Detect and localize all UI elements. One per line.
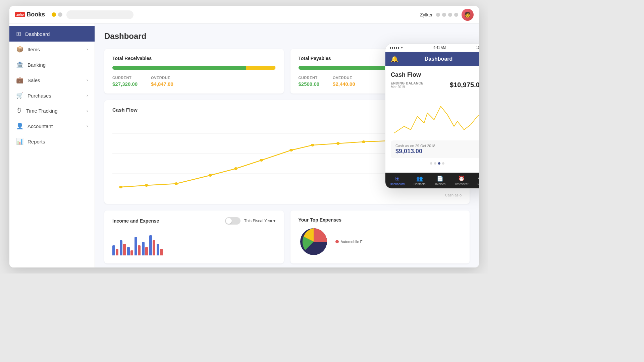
- app-logo: zoho Books: [15, 11, 45, 18]
- svg-point-7: [234, 167, 237, 170]
- top-expenses-card: Your Top Expenses: [290, 210, 470, 263]
- title-bar-right: Zylker 🧑: [420, 9, 474, 21]
- svg-point-9: [289, 149, 293, 152]
- bar-blue-6: [149, 235, 152, 255]
- phone-bell-icon[interactable]: 🔔: [391, 55, 398, 63]
- bar-group-4: [135, 237, 141, 255]
- receivables-overdue-label: OVERDUE: [151, 76, 173, 80]
- bar-blue-4: [135, 237, 137, 255]
- fiscal-year-button[interactable]: This Fiscal Year ▾: [244, 219, 275, 223]
- phone-nav-dashboard[interactable]: ⊞ Dashboard: [390, 175, 405, 186]
- sidebar-label-accountant: Accountant: [28, 123, 83, 129]
- income-expense-header: Income and Expense This Fiscal Year ▾: [112, 217, 276, 225]
- receivables-bar-yellow: [246, 66, 276, 70]
- sidebar-item-purchases[interactable]: 🛒 Purchases ›: [9, 88, 95, 103]
- bar-blue-2: [120, 240, 122, 255]
- payables-current: CURRENT $2500.00: [299, 76, 320, 87]
- phone-dots: [391, 160, 479, 167]
- main-layout: ⊞ Dashboard 📦 Items › 🏦 Banking 💼 Sales …: [9, 23, 479, 267]
- sidebar-label-reports: Reports: [28, 139, 88, 144]
- phone-nav-timesheet-label: Timesheet: [454, 182, 469, 186]
- bar-red-6: [153, 240, 155, 255]
- phone-nav-contacts[interactable]: 👥 Contacts: [414, 175, 426, 186]
- bar-blue-1: [112, 245, 115, 255]
- phone-overlay: ●●●●● ✦ 9:41 AM 100% 🔔 Dashboard ↻ Cash …: [385, 44, 479, 189]
- cashflow-title: Cash Flow: [112, 107, 138, 113]
- toggle-container: [225, 217, 240, 225]
- purchases-chevron: ›: [87, 93, 88, 98]
- bar-group-5: [142, 242, 148, 255]
- svg-point-4: [145, 184, 148, 187]
- total-receivables-card: Total Receivables CURRENT $27,320.00: [104, 49, 284, 94]
- sidebar-item-reports[interactable]: 📊 Reports: [9, 134, 95, 149]
- dot3: [448, 13, 452, 17]
- tl-yellow: [52, 12, 56, 17]
- phone-ending-label: ENDING BALANCE: [391, 81, 424, 85]
- phone-nav: ⊞ Dashboard 👥 Contacts 📄 Invoices ⏰ Time…: [385, 173, 479, 188]
- bar-group-1: [112, 245, 118, 255]
- bar-blue-3: [127, 247, 130, 255]
- phone-header-title: Dashboard: [425, 56, 453, 62]
- pie-legend: Automobile E: [335, 240, 363, 244]
- top-expenses-title: Your Top Expenses: [299, 217, 342, 223]
- phone-nav-invoices[interactable]: 📄 Invoices: [434, 175, 445, 186]
- banking-icon: 🏦: [16, 61, 23, 68]
- avatar[interactable]: 🧑: [462, 9, 474, 21]
- sales-icon: 💼: [16, 76, 23, 84]
- dot4: [454, 13, 458, 17]
- page-title: Dashboard: [104, 32, 470, 41]
- phone-nav-invoices-label: Invoices: [434, 182, 445, 186]
- sidebar-item-sales[interactable]: 💼 Sales ›: [9, 72, 95, 88]
- phone-cash-amount: $9,013.00: [395, 148, 479, 155]
- phone-nav-contacts-label: Contacts: [414, 182, 426, 186]
- zoho-badge: zoho: [15, 12, 25, 17]
- dot1: [436, 13, 440, 17]
- user-dots: [436, 13, 458, 17]
- bar-red-7: [160, 249, 163, 255]
- phone-nav-timesheet[interactable]: ⏰ Timesheet: [454, 175, 469, 186]
- books-title: Books: [26, 11, 45, 18]
- time-tracking-chevron: ›: [87, 109, 88, 113]
- toggle-thumb: [226, 218, 232, 224]
- income-expense-title: Income and Expense: [112, 218, 159, 224]
- user-name[interactable]: Zylker: [420, 12, 433, 17]
- sidebar-label-banking: Banking: [28, 62, 88, 68]
- phone-nav-more[interactable]: ••• More: [477, 175, 479, 186]
- svg-point-3: [119, 186, 122, 188]
- svg-point-8: [260, 159, 263, 162]
- phone-ending-date: Mar 2019: [391, 85, 424, 89]
- receivables-amounts: CURRENT $27,320.00 OVERDUE $4,847.00: [112, 76, 276, 87]
- phone-nav-timesheet-icon: ⏰: [458, 175, 465, 182]
- sidebar-label-items: Items: [28, 47, 83, 52]
- phone-dot-1: [430, 162, 432, 165]
- purchases-icon: 🛒: [16, 92, 23, 99]
- sidebar-item-dashboard[interactable]: ⊞ Dashboard: [9, 26, 95, 42]
- phone-battery-label: 100%: [476, 46, 479, 50]
- accountant-icon: 👤: [16, 122, 23, 130]
- receivables-overdue: OVERDUE $4,847.00: [151, 76, 173, 87]
- top-expenses-header: Your Top Expenses: [299, 217, 462, 223]
- tl-gray: [58, 12, 62, 17]
- income-expense-card: Income and Expense This Fiscal Year ▾: [104, 210, 284, 263]
- sidebar: ⊞ Dashboard 📦 Items › 🏦 Banking 💼 Sales …: [9, 23, 95, 267]
- search-bar[interactable]: [66, 10, 133, 19]
- phone-cash-date: Cash as on 29 Oct 2018: [395, 144, 479, 148]
- pie-chart: [299, 227, 329, 257]
- phone-chart-svg: [391, 93, 479, 136]
- svg-point-5: [174, 182, 178, 185]
- legend-automobile: Automobile E: [335, 240, 363, 244]
- toggle-track[interactable]: [225, 217, 240, 225]
- bar-group-2: [120, 240, 126, 255]
- sidebar-label-dashboard: Dashboard: [25, 31, 88, 37]
- sidebar-item-banking[interactable]: 🏦 Banking: [9, 57, 95, 72]
- sidebar-item-accountant[interactable]: 👤 Accountant ›: [9, 118, 95, 134]
- bar-red-1: [116, 249, 118, 255]
- sidebar-item-time-tracking[interactable]: ⏱ Time Tracking ›: [9, 103, 95, 118]
- sidebar-item-items[interactable]: 📦 Items ›: [9, 42, 95, 57]
- phone-cashflow-title: Cash Flow: [391, 71, 479, 78]
- phone-nav-dashboard-label: Dashboard: [390, 182, 405, 186]
- bar-group-7: [157, 244, 163, 255]
- accountant-chevron: ›: [87, 124, 88, 128]
- sidebar-label-sales: Sales: [28, 77, 83, 83]
- payables-overdue-label: OVERDUE: [333, 76, 355, 80]
